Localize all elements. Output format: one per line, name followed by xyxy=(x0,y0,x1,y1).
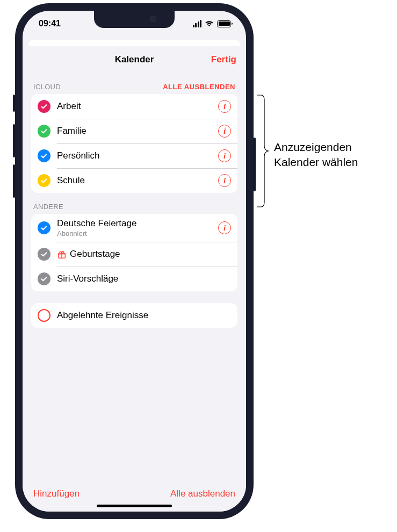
section-header-label: ANDERE xyxy=(33,203,63,211)
calendar-label: Familie xyxy=(57,126,218,136)
icloud-calendar-group: Arbeit i Familie i Persö xyxy=(31,94,237,193)
calendar-row-familie[interactable]: Familie i xyxy=(31,119,237,143)
checkmark-icon[interactable] xyxy=(38,248,50,261)
section-header-icloud: ICLOUD ALLE AUSBLENDEN xyxy=(31,73,237,94)
checkmark-icon[interactable] xyxy=(38,149,50,162)
cellular-signal-icon xyxy=(193,20,202,27)
volume-up-button xyxy=(13,124,15,157)
calendar-label: Geburtstage xyxy=(57,249,231,260)
front-camera xyxy=(150,16,156,22)
declined-label: Abgelehnte Ereignisse xyxy=(57,310,231,321)
hide-all-icloud-button[interactable]: ALLE AUSBLENDEN xyxy=(163,83,235,91)
calendars-sheet: Kalender Fertig ICLOUD ALLE AUSBLENDEN A… xyxy=(23,46,246,512)
calendar-row-geburtstage[interactable]: Geburtstage xyxy=(31,242,237,267)
calendar-label: Deutsche Feiertage xyxy=(57,218,218,229)
info-button[interactable]: i xyxy=(218,100,231,113)
other-calendar-group: Deutsche Feiertage Abonniert i xyxy=(31,214,237,291)
info-button[interactable]: i xyxy=(218,221,231,234)
phone-frame: 09:41 Kalender Fertig xyxy=(15,3,254,519)
battery-icon xyxy=(217,20,231,27)
add-calendar-button[interactable]: Hinzufügen xyxy=(33,488,80,499)
hide-all-bottom-button[interactable]: Alle ausblenden xyxy=(170,488,235,499)
callout-annotation: Anzuzeigenden Kalender wählen xyxy=(274,140,358,170)
section-header-other: ANDERE xyxy=(31,193,237,214)
sheet-header: Kalender Fertig xyxy=(23,46,246,73)
callout-line1: Anzuzeigenden xyxy=(274,140,358,155)
calendar-label: Arbeit xyxy=(57,101,218,112)
status-icons xyxy=(193,20,232,27)
info-button[interactable]: i xyxy=(218,125,231,138)
calendar-row-schule[interactable]: Schule i xyxy=(31,168,237,193)
checkmark-icon[interactable] xyxy=(38,125,50,138)
sheet-title: Kalender xyxy=(115,54,154,65)
notch xyxy=(94,11,175,28)
volume-down-button xyxy=(13,164,15,198)
status-time: 09:41 xyxy=(39,19,61,28)
phone-screen: 09:41 Kalender Fertig xyxy=(23,11,246,512)
unchecked-circle-icon[interactable] xyxy=(38,309,50,322)
calendar-label: Persönlich xyxy=(57,150,218,161)
home-indicator[interactable] xyxy=(97,505,172,507)
callout-line2: Kalender wählen xyxy=(274,155,358,170)
wifi-icon xyxy=(205,20,214,27)
calendar-sublabel: Abonniert xyxy=(57,229,218,238)
gift-icon xyxy=(57,249,67,259)
declined-events-row[interactable]: Abgelehnte Ereignisse xyxy=(31,303,237,328)
calendar-row-feiertage[interactable]: Deutsche Feiertage Abonniert i xyxy=(31,214,237,242)
checkmark-icon[interactable] xyxy=(38,174,50,187)
checkmark-icon[interactable] xyxy=(38,100,50,113)
checkmark-icon[interactable] xyxy=(38,221,50,234)
sheet-content: ICLOUD ALLE AUSBLENDEN Arbeit i xyxy=(23,73,246,481)
calendar-row-persoenlich[interactable]: Persönlich i xyxy=(31,143,237,168)
callout-bracket xyxy=(257,95,270,207)
calendar-label: Siri-Vorschläge xyxy=(57,274,231,284)
info-button[interactable]: i xyxy=(218,149,231,162)
calendar-label-text: Geburtstage xyxy=(70,249,120,260)
power-button xyxy=(254,138,256,191)
declined-group: Abgelehnte Ereignisse xyxy=(31,303,237,328)
done-button[interactable]: Fertig xyxy=(211,46,236,73)
mute-switch xyxy=(13,95,15,112)
checkmark-icon[interactable] xyxy=(38,272,50,285)
info-button[interactable]: i xyxy=(218,174,231,187)
calendar-label: Schule xyxy=(57,175,218,186)
section-header-label: ICLOUD xyxy=(33,83,61,91)
calendar-row-siri[interactable]: Siri-Vorschläge xyxy=(31,267,237,291)
calendar-row-arbeit[interactable]: Arbeit i xyxy=(31,94,237,119)
